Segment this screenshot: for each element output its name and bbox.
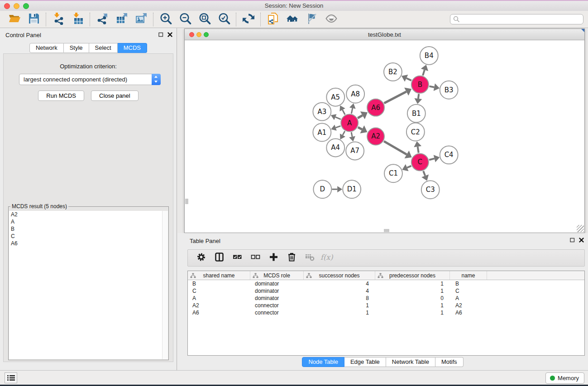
cell-MCDS-role[interactable]: connector <box>250 309 304 316</box>
cell-shared-name[interactable]: A2 <box>188 302 250 309</box>
graph-edge-A-A1[interactable] <box>331 125 340 131</box>
tab-edge-table[interactable]: Edge Table <box>344 357 386 367</box>
graph-edge-B-B2[interactable] <box>402 75 411 81</box>
table-settings-button[interactable] <box>193 251 209 265</box>
tab-node-table[interactable]: Node Table <box>302 357 344 367</box>
cell-predecessor-nodes[interactable]: 1 <box>375 309 450 316</box>
deselect-all-rows-button[interactable] <box>247 251 263 265</box>
float-table-panel-icon[interactable] <box>570 238 575 243</box>
zoom-in-button[interactable] <box>156 12 175 27</box>
first-neighbors-button[interactable] <box>282 12 302 27</box>
network-zoom-button[interactable] <box>204 32 209 37</box>
zoom-out-button[interactable] <box>175 12 195 27</box>
graph-node-C3[interactable]: C3 <box>421 181 440 199</box>
import-network-button[interactable] <box>48 12 68 27</box>
tab-network[interactable]: Network <box>29 43 64 53</box>
memory-button[interactable]: Memory <box>545 372 584 384</box>
graph-node-C1[interactable]: C1 <box>384 164 402 182</box>
cell-successor-nodes[interactable]: 1 <box>304 302 375 309</box>
graph-edge-A-A5[interactable] <box>339 105 345 114</box>
network-graph[interactable]: AA1A2A3A4A5A6A7A8BB1B2B3B4CC1C2C3C4DD1 <box>185 41 584 233</box>
import-table-button[interactable] <box>68 12 87 27</box>
result-item-b[interactable]: B <box>9 225 168 233</box>
cell-shared-name[interactable]: A <box>188 295 250 302</box>
cell-name[interactable]: A6 <box>450 309 487 316</box>
graph-node-B4[interactable]: B4 <box>420 47 438 65</box>
column-header-shared-name[interactable]: shared name <box>188 271 250 280</box>
graph-node-C2[interactable]: C2 <box>406 123 425 141</box>
cell-shared-name[interactable]: C <box>188 287 250 295</box>
graph-node-A3[interactable]: A3 <box>313 103 331 121</box>
show-columns-button[interactable] <box>211 251 227 265</box>
tab-network-table[interactable]: Network Table <box>386 357 435 367</box>
tab-style[interactable]: Style <box>64 43 89 53</box>
column-header-name[interactable]: name <box>450 271 487 280</box>
cell-predecessor-nodes[interactable]: 1 <box>375 287 450 295</box>
cell-MCDS-role[interactable]: connector <box>250 302 304 309</box>
window-resize-grip[interactable] <box>577 225 584 232</box>
float-panel-icon[interactable] <box>158 32 163 37</box>
add-column-button[interactable] <box>265 251 282 265</box>
graph-edge-A-A7[interactable] <box>349 132 355 142</box>
cell-successor-nodes[interactable]: 1 <box>304 309 375 316</box>
graph-edge-A-A3[interactable] <box>331 114 341 120</box>
graph-edge-A-A4[interactable] <box>340 131 345 139</box>
network-window-titlebar[interactable]: testGlobe.txt <box>185 29 584 40</box>
graph-edge-A-A2[interactable] <box>358 125 368 133</box>
table-row-a2[interactable]: A2connector11A2 <box>188 302 584 309</box>
cell-shared-name[interactable]: A6 <box>188 309 250 316</box>
result-item-c[interactable]: C <box>9 233 168 240</box>
horizontal-scroll-nub[interactable] <box>384 229 389 232</box>
table-row-c[interactable]: Cdominator41C <box>188 287 584 295</box>
hide-labels-button[interactable] <box>302 12 321 27</box>
tab-motifs[interactable]: Motifs <box>435 357 464 367</box>
column-header-successor-nodes[interactable]: successor nodes <box>304 271 375 280</box>
graph-node-B[interactable]: B <box>411 76 429 93</box>
table-row-a[interactable]: Adominator80A <box>188 295 584 302</box>
graph-node-A6[interactable]: A6 <box>367 99 384 116</box>
table-row-a6[interactable]: A6connector11A6 <box>188 309 584 316</box>
optimization-criterion-dropdown[interactable]: largest connected component (directed) <box>19 74 161 85</box>
export-image-button[interactable] <box>131 12 151 27</box>
close-panel-button[interactable]: Close panel <box>91 91 139 101</box>
minimize-window-button[interactable] <box>14 3 19 9</box>
graph-node-A4[interactable]: A4 <box>326 138 344 157</box>
graph-edge-A2-C[interactable] <box>384 141 412 158</box>
graph-node-B2[interactable]: B2 <box>384 63 402 81</box>
graph-node-A5[interactable]: A5 <box>326 88 344 106</box>
dropdown-stepper-icon[interactable] <box>152 74 161 85</box>
graph-node-A8[interactable]: A8 <box>346 85 364 103</box>
show-graphics-button[interactable] <box>321 12 341 27</box>
zoom-selected-button[interactable] <box>214 12 234 27</box>
export-network-button[interactable] <box>92 12 112 27</box>
clone-network-button[interactable] <box>263 12 282 27</box>
network-minimize-button[interactable] <box>196 32 201 37</box>
cell-MCDS-role[interactable]: dominator <box>250 280 304 287</box>
close-window-button[interactable] <box>4 3 10 9</box>
graph-edge-A6-B[interactable] <box>384 88 412 103</box>
column-header-MCDS-role[interactable]: MCDS role <box>250 271 304 280</box>
graph-node-A1[interactable]: A1 <box>313 124 331 142</box>
cell-predecessor-nodes[interactable]: 0 <box>375 295 450 302</box>
search-input[interactable] <box>450 14 583 24</box>
network-close-button[interactable] <box>189 32 194 37</box>
graph-edge-A-A8[interactable] <box>349 103 356 114</box>
cell-name[interactable]: A <box>450 295 487 302</box>
zoom-fit-button[interactable] <box>195 12 214 27</box>
cell-predecessor-nodes[interactable]: 1 <box>375 302 450 309</box>
graph-edge-B-B1[interactable] <box>415 94 422 104</box>
graph-edge-C-C4[interactable] <box>429 155 440 162</box>
cell-successor-nodes[interactable]: 4 <box>304 287 375 295</box>
graph-edge-C-C2[interactable] <box>414 141 421 152</box>
graph-edge-B-B4[interactable] <box>421 65 428 76</box>
graph-node-D[interactable]: D <box>313 180 331 198</box>
cell-shared-name[interactable]: B <box>188 280 250 287</box>
graph-edge-A-A6[interactable] <box>358 111 368 119</box>
graph-node-D1[interactable]: D1 <box>343 180 361 198</box>
cell-MCDS-role[interactable]: dominator <box>250 295 304 302</box>
cell-successor-nodes[interactable]: 4 <box>304 280 375 287</box>
cell-predecessor-nodes[interactable]: 1 <box>375 280 450 287</box>
tab-select[interactable]: Select <box>89 43 118 53</box>
result-scrollbar[interactable] <box>162 211 168 359</box>
graph-node-C[interactable]: C <box>411 153 429 171</box>
